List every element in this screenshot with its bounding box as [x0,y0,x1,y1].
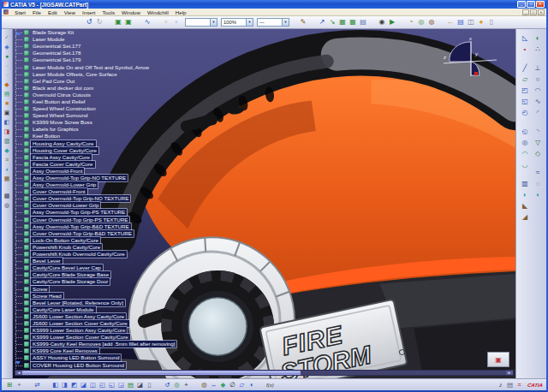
paint-bucket-icon[interactable]: ◨ [3,128,11,135]
tree-node-label[interactable]: Cavity/Core Blade Storage Base [31,271,110,278]
tree-node-label[interactable]: Geometrical Set.178 [31,50,82,56]
macro-icon[interactable]: ▶ [387,17,397,27]
save-icon[interactable]: ▤ [456,17,466,27]
rib-icon[interactable]: ◠ [521,150,529,158]
tree-node-label[interactable]: Housing Cover Cavity/Core [31,147,98,154]
tree-node-icon[interactable] [24,217,29,223]
tree-node-icon[interactable] [24,162,29,167]
tree-node[interactable]: Screw [15,285,176,292]
tree-node[interactable]: Keel Button and Relief [15,98,176,105]
menu-edit[interactable]: Edit [45,9,61,15]
back-view-icon[interactable]: ◩ [69,380,79,389]
tree-node-label[interactable]: Cavity/Core Bevel Lever Cap [31,264,103,271]
graph-analysis-icon[interactable]: ∿ [142,17,152,27]
front-view-icon[interactable]: ◨ [60,380,69,389]
tree-node-icon[interactable] [24,127,29,132]
tree-node-label[interactable]: Cavity/Core Laser Module [31,306,96,313]
grid-icon[interactable]: ▦ [348,17,358,27]
tree-node[interactable]: Powershift Knob Overmold Cavity/Core [15,251,176,258]
swoosh-icon[interactable]: ≈ [515,380,524,389]
viewport-3d[interactable]: FIRE STORM x y z Blade St [13,29,515,378]
tree-node-icon[interactable] [24,231,29,236]
bottom-view-icon[interactable]: ◱ [107,380,116,389]
tree-node[interactable]: Cover Overmold-Top Grip-NO TEXTURE [15,195,176,202]
tree-node-label[interactable]: KS999 Move Screw Boss [31,119,94,126]
intersect-icon[interactable]: ◇ [533,150,542,158]
snap-to-point-icon[interactable]: ▤ [358,17,368,27]
tree-node-icon[interactable] [24,37,29,42]
tree-node-icon[interactable] [24,134,29,139]
paste-properties-icon[interactable]: ▣ [123,17,134,27]
tree-node[interactable]: Laser Module Offsets, Core Surface [15,71,176,78]
tree-node-label[interactable]: JS600 Lower Section Assy Cavity/Core [31,313,126,320]
slot-icon[interactable]: ◡ [521,161,529,169]
tile-windows-icon[interactable]: ▫ [171,17,182,27]
extrude-icon[interactable]: ◰ [521,86,529,95]
iso-view-icon[interactable]: ◧ [51,380,60,389]
mdi-minimize-button[interactable]: _ [522,9,529,15]
menu-file[interactable]: File [29,9,45,15]
tree-node-icon[interactable] [24,155,29,160]
tree-node-icon[interactable] [24,272,29,277]
tree-node-label[interactable]: Laser Module On and Off Text and Symbol,… [31,64,151,71]
tree-node[interactable]: KS999 Lower Section Assy Cavity/Core [15,327,176,334]
history-icon[interactable]: ◔ [406,17,416,27]
opacity-combo[interactable]: 100%▼ [221,18,253,27]
stiffener-icon[interactable]: ▥ [521,180,529,188]
tree-node-icon[interactable] [24,252,29,257]
tree-node-label[interactable]: Keel Button and Relief [31,98,87,105]
annotation-icon[interactable]: ▱ [237,380,247,389]
tree-node-label[interactable]: Cover Overmold-Top Grip-PS TEXTURE [31,217,129,223]
tree-node-label[interactable]: Cover Overmold-Top Grip-NO TEXTURE [31,195,130,202]
tree-node-label[interactable]: KS999 Lower Section Assy Cavity/Core [31,327,127,334]
update-part-icon[interactable]: ◐ [533,34,542,43]
tree-node-label[interactable]: Cavity/Core Blade Storage Door [31,278,110,285]
view-compass[interactable]: x y z [440,35,502,80]
tree-node-icon[interactable] [24,279,29,284]
tree-node[interactable]: Gel Pad Core Out [15,78,176,85]
tree-node-icon[interactable] [24,196,29,201]
tree-node[interactable]: Cover Overmold-Top Grip-B&D TEXTURE [15,230,176,237]
book-icon[interactable]: ▥ [3,137,11,145]
floating-toolbar-chip[interactable]: ▣ [487,352,509,367]
tree-node-label[interactable]: Keel Button [31,133,62,140]
tree-node[interactable]: KS999 Move Screw Boss [15,119,176,126]
tree-node-icon[interactable] [24,203,29,208]
tree-node-label[interactable]: Bevel Lever [Rotated, Reference Only] [31,300,125,306]
chamfer-icon[interactable]: ◣ [521,202,529,211]
tree-node[interactable]: Overmold Citrus Cutouts [15,92,176,98]
verify-check-icon[interactable]: ✓ [3,33,11,41]
tree-node-label[interactable]: Cover Overmold-Lower Grip [31,202,100,209]
examine-mode-icon[interactable]: ↘ [327,17,337,27]
tree-node[interactable]: Bevel Lever [15,258,176,264]
offset-icon[interactable]: ≈ [533,169,542,177]
tree-node-label[interactable]: Assy Overmold-Top Grip-PS TEXTURE [31,209,127,216]
constraint-icon[interactable]: ⊥ [533,64,542,73]
tree-node-icon[interactable] [24,113,29,118]
mdi-restore-button[interactable]: □ [530,9,537,15]
mdi-close-button[interactable]: ✕ [538,9,545,15]
manipulate-icon[interactable]: ↔ [209,380,218,389]
tree-node-icon[interactable] [24,321,29,326]
tree-node-icon[interactable] [24,65,29,70]
tree-node-label[interactable]: Powershift Knob Overmold Cavity/Core [31,251,127,258]
named-views-icon[interactable]: ◲ [116,380,126,389]
tree-node-icon[interactable] [24,287,29,292]
render-style-icon[interactable]: ◪ [135,380,145,389]
search-icon[interactable]: ◉ [377,17,387,27]
menu-view[interactable]: View [61,9,79,15]
tree-node[interactable]: Blade Storage Kit [15,29,176,36]
tree-node-icon[interactable] [24,224,29,229]
tree-node[interactable]: Fascia Assy Cavity/Core [15,154,176,161]
maximize-button[interactable]: □ [527,1,535,8]
tree-node-icon[interactable] [24,348,29,353]
tree-node-icon[interactable] [24,210,29,215]
tree-node[interactable]: COVER Housing LED Button Surround [15,362,176,369]
menu-tools[interactable]: Tools [99,9,118,15]
tree-scroll-up-marker[interactable] [15,32,21,35]
tree-node[interactable]: Geometrical Set.177 [15,43,176,50]
arc-icon[interactable]: ◠ [533,86,542,95]
tree-node-icon[interactable] [24,92,29,98]
hole-icon[interactable]: ◎ [521,139,529,147]
tree-node[interactable]: Screw Head [15,293,176,300]
